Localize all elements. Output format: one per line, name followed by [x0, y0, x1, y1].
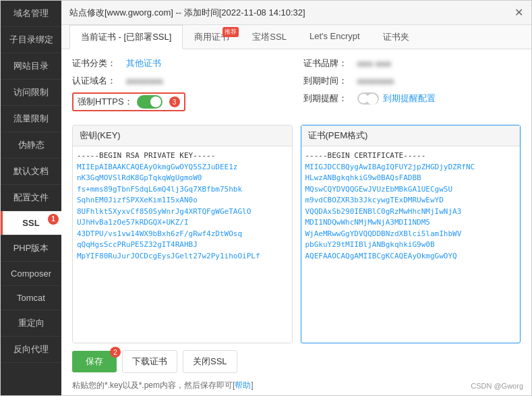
expire-time-value: ■■■■■■■	[357, 76, 394, 86]
sidebar-item-redirect[interactable]: 重定向	[1, 310, 61, 337]
sidebar-item-subdir[interactable]: 子目录绑定	[1, 27, 61, 53]
cert-panel-content[interactable]: -----BEGIN CERTIFICATE----- MIIGJDCCBQyg…	[301, 146, 521, 295]
https-toggle[interactable]	[137, 95, 162, 109]
watermark: CSDN @Gworg	[471, 382, 523, 390]
key-panel-content[interactable]: -----BEGIN RSA PRIVATE KEY----- MIIEpAIB…	[73, 146, 292, 295]
info-right: 证书品牌： ■■■ ■■■ 到期时间： ■■■■■■■ 到期提醒： 到期提醒配置	[303, 57, 521, 117]
cert-line-1: MIIGJDCCBQygAwIBAgIQFUY2jpZHGDjyDZRfNC	[305, 162, 516, 173]
tab-letsencrypt[interactable]: Let's Encrypt	[298, 25, 372, 49]
close-ssl-button[interactable]: 关闭SSL	[183, 350, 237, 373]
title-bar: 站点修改[www.gworg.com] -- 添加时间[2022-11-08 1…	[61, 1, 531, 25]
tab-certfile[interactable]: 证书夹	[372, 25, 421, 49]
page-title: 站点修改[www.gworg.com] -- 添加时间[2022-11-08 1…	[69, 7, 305, 19]
sidebar: 域名管理 子目录绑定 网站目录 访问限制 流量限制 伪静态 默认文档 配置文件 …	[1, 1, 61, 395]
cert-brand-value: ■■■ ■■■	[357, 59, 392, 69]
cert-brand-row: 证书品牌： ■■■ ■■■	[303, 57, 521, 69]
https-badge: 3	[169, 96, 180, 107]
cert-line-3: MQswCQYDVQQGEwJVUzEbMBkGA1UECgwSU	[305, 184, 516, 196]
hint-link[interactable]: 帮助	[235, 380, 251, 390]
cert-panel: 证书(PEM格式) -----BEGIN CERTIFICATE----- MI…	[301, 125, 521, 343]
expire-remind-label: 到期提醒：	[303, 92, 357, 105]
close-button[interactable]: ✕	[514, 6, 523, 19]
info-left: 证书分类： 其他证书 认证域名： ■■■■■■■ 强制HTTPS： 3	[72, 57, 290, 117]
main-content: 站点修改[www.gworg.com] -- 添加时间[2022-11-08 1…	[61, 1, 531, 395]
key-line-9: MpYIF80RuJurJOCDcgEysJGelt27w2Py1ihoOiPL…	[77, 251, 288, 262]
sidebar-item-php[interactable]: PHP版本	[1, 235, 61, 262]
commercial-badge: 推荐	[223, 27, 239, 37]
sidebar-item-config[interactable]: 配置文件	[1, 185, 61, 211]
key-line-6: UJhHvBa1zOe57kRDGQX+UKZ/I	[77, 217, 288, 229]
https-label: 强制HTTPS：	[78, 96, 133, 108]
cert-panel-header: 证书(PEM格式)	[301, 125, 521, 146]
save-badge: 2	[110, 347, 121, 358]
cert-domain-label: 认证域名：	[72, 75, 126, 87]
hint-text: 粘贴您的*.key以及*.pem内容，然后保存即可[帮助]	[61, 380, 531, 395]
cert-line-9: AQEFAAOCAQgAMIIBCgKCAQEAyOkmgGwOYQ	[305, 251, 516, 262]
cert-begin-line: -----BEGIN CERTIFICATE-----	[305, 150, 516, 162]
key-line-5: 8UFhlkt5XyxvCf850SyWnrJg4XRTQFgWGeTAGlO	[77, 206, 288, 218]
key-panel: 密钥(KEY) -----BEGIN RSA PRIVATE KEY----- …	[72, 125, 293, 343]
sidebar-item-webdir[interactable]: 网站目录	[1, 53, 61, 80]
sidebar-item-ssl[interactable]: SSL 1	[1, 211, 61, 235]
download-button[interactable]: 下载证书	[122, 350, 177, 373]
cert-line-6: MDI1NDQwWhcNMjMwNjA3MDI1NDM5	[305, 217, 516, 229]
cert-brand-label: 证书品牌：	[303, 57, 357, 69]
tab-current-cert[interactable]: 当前证书 - [已部署SSL]	[69, 25, 183, 49]
sidebar-item-composer[interactable]: Composer	[1, 262, 61, 286]
sidebar-item-domain[interactable]: 域名管理	[1, 1, 61, 27]
expire-time-row: 到期时间： ■■■■■■■	[303, 75, 521, 87]
key-line-3: fs+mms89gTbnFSdqL6mQ4lj3Gq7XBfbm75hbk	[77, 184, 288, 196]
panels: 密钥(KEY) -----BEGIN RSA PRIVATE KEY----- …	[61, 125, 531, 343]
key-line-4: SqhnEM0JizfSPXXeKim1I5xAN0o	[77, 195, 288, 206]
cert-line-5: VQQDAxSb290IENBlC0gRzMwHhcNMjIwNjA3	[305, 206, 516, 218]
sidebar-item-tomcat[interactable]: Tomcat	[1, 286, 61, 310]
sidebar-item-access[interactable]: 访问限制	[1, 80, 61, 106]
cert-type-row: 证书分类： 其他证书	[72, 57, 290, 69]
expire-remind-link[interactable]: 到期提醒配置	[383, 92, 436, 105]
cert-type-label: 证书分类：	[72, 57, 126, 69]
https-row: 强制HTTPS： 3	[72, 92, 290, 111]
sidebar-item-default-doc[interactable]: 默认文档	[1, 159, 61, 185]
cert-type-value: 其他证书	[126, 57, 161, 69]
cert-domain-row: 认证域名： ■■■■■■■	[72, 75, 290, 87]
tab-commercial[interactable]: 商用证书 推荐	[183, 25, 241, 49]
cert-line-2: HLwzANBgkqhkiG9w0BAQsFADBB	[305, 173, 516, 184]
cert-line-8: pbGkuY29tMIIBljANBgkqhkiG9w0B	[305, 239, 516, 251]
actions: 保存 2 下载证书 关闭SSL	[61, 343, 531, 380]
ssl-badge: 1	[48, 214, 59, 225]
tabs: 当前证书 - [已部署SSL] 商用证书 推荐 宝塔SSL Let's Encr…	[61, 25, 531, 49]
expire-remind-toggle[interactable]	[357, 92, 379, 105]
save-button[interactable]: 保存 2	[72, 351, 117, 372]
https-box: 强制HTTPS： 3	[72, 92, 185, 111]
info-section: 证书分类： 其他证书 认证域名： ■■■■■■■ 强制HTTPS： 3	[61, 49, 531, 125]
tab-btssl[interactable]: 宝塔SSL	[241, 25, 298, 49]
key-line-1: MIIEpAIBAAKCAQEAyOkmgGwOYQ5SZJuDEE1z	[77, 162, 288, 173]
expire-time-label: 到期时间：	[303, 75, 357, 87]
cert-line-7: WjAeMRwwGgYDVQQDDBNzdXBlci5lamIhbWV	[305, 229, 516, 240]
sidebar-item-proxy[interactable]: 反向代理	[1, 337, 61, 363]
key-line-8: qQqHgsSccPRuPE5Z32gIT4RAHBJ	[77, 239, 288, 251]
key-begin-line: -----BEGIN RSA PRIVATE KEY-----	[77, 150, 288, 162]
key-panel-header: 密钥(KEY)	[73, 125, 292, 146]
key-line-7: 43DTPU/vs1vw14WX9bBxh6zF/gRwf4zDtWOsq	[77, 229, 288, 240]
cert-line-4: m9vdCBOZXR3b3JkcywgTExDMRUwEwYD	[305, 195, 516, 206]
cert-domain-value: ■■■■■■■	[126, 76, 163, 86]
sidebar-item-traffic[interactable]: 流量限制	[1, 106, 61, 132]
expire-remind-row: 到期提醒： 到期提醒配置	[303, 92, 521, 105]
sidebar-item-rewrite[interactable]: 伪静态	[1, 132, 61, 159]
key-line-2: nK3GqMOVSlRdK8GpTqkqWgUgmoW0	[77, 173, 288, 184]
content-wrapper: 当前证书 - [已部署SSL] 商用证书 推荐 宝塔SSL Let's Encr…	[61, 25, 531, 395]
